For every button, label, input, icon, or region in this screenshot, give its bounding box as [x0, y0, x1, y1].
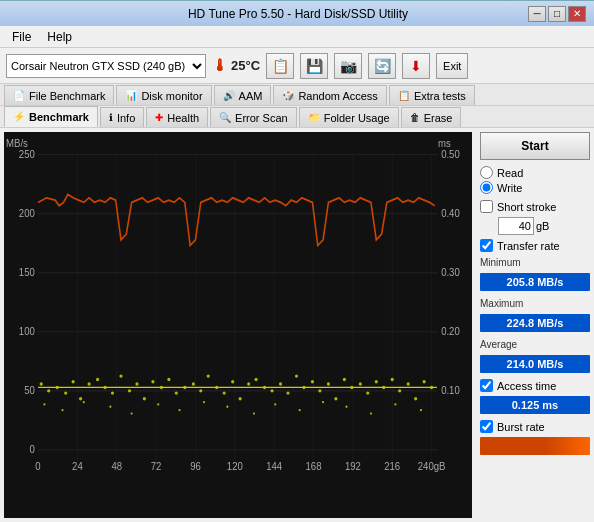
health-icon: ✚ [155, 112, 163, 123]
svg-point-68 [343, 378, 346, 381]
benchmark-icon: ⚡ [13, 111, 25, 122]
svg-point-75 [398, 389, 401, 392]
access-time-checkbox[interactable] [480, 379, 493, 392]
svg-point-53 [223, 391, 226, 394]
stroke-value-input[interactable] [498, 217, 534, 235]
start-button[interactable]: Start [480, 132, 590, 160]
file-menu[interactable]: File [4, 28, 39, 46]
menu-bar: File Help [0, 26, 594, 48]
maximum-label: Maximum [480, 297, 590, 310]
svg-text:50: 50 [24, 385, 35, 396]
svg-point-55 [239, 397, 242, 400]
tab-benchmark[interactable]: ⚡ Benchmark [4, 106, 98, 127]
camera-icon-btn[interactable]: 📷 [334, 53, 362, 79]
help-menu[interactable]: Help [39, 28, 80, 46]
window-controls: ─ □ ✕ [528, 6, 586, 22]
svg-point-88 [226, 406, 228, 408]
svg-text:0.40: 0.40 [441, 208, 460, 219]
short-stroke-checkbox[interactable] [480, 200, 493, 213]
stroke-unit-label: gB [536, 220, 549, 232]
access-time-value: 0.125 ms [480, 396, 590, 414]
average-label: Average [480, 338, 590, 351]
svg-text:72: 72 [151, 461, 162, 472]
device-select[interactable]: Corsair Neutron GTX SSD (240 gB) [6, 54, 206, 78]
svg-point-34 [72, 380, 75, 383]
svg-point-60 [279, 382, 282, 385]
tab-file-benchmark[interactable]: 📄 File Benchmark [4, 85, 114, 105]
svg-point-57 [254, 378, 257, 381]
right-panel: Start Read Write Short stroke gB Transfe… [476, 128, 594, 522]
svg-point-41 [128, 389, 131, 392]
thermometer-icon: 🌡 [212, 57, 228, 75]
minimize-button[interactable]: ─ [528, 6, 546, 22]
svg-point-50 [199, 389, 202, 392]
svg-text:0: 0 [30, 444, 36, 455]
svg-text:168: 168 [306, 461, 322, 472]
svg-point-82 [83, 401, 85, 403]
svg-point-40 [119, 374, 122, 377]
svg-text:192: 192 [345, 461, 361, 472]
svg-text:24: 24 [72, 461, 83, 472]
transfer-rate-checkbox[interactable] [480, 239, 493, 252]
tab-aam[interactable]: 🔊 AAM [214, 85, 272, 105]
short-stroke-label[interactable]: Short stroke [480, 200, 590, 213]
svg-point-47 [175, 391, 178, 394]
refresh-icon-btn[interactable]: 🔄 [368, 53, 396, 79]
svg-point-77 [414, 397, 417, 400]
aam-icon: 🔊 [223, 90, 235, 101]
tab-random-access[interactable]: 🎲 Random Access [273, 85, 386, 105]
file-benchmark-icon: 📄 [13, 90, 25, 101]
tab-info[interactable]: ℹ Info [100, 107, 144, 127]
svg-point-54 [231, 380, 234, 383]
svg-point-87 [203, 401, 205, 403]
copy-icon-btn[interactable]: 📋 [266, 53, 294, 79]
close-button[interactable]: ✕ [568, 6, 586, 22]
tab-extra-tests[interactable]: 📋 Extra tests [389, 85, 475, 105]
svg-point-84 [131, 412, 133, 414]
svg-point-71 [366, 391, 369, 394]
svg-text:0: 0 [35, 461, 41, 472]
save-icon-btn[interactable]: 💾 [300, 53, 328, 79]
svg-point-80 [43, 403, 45, 405]
access-time-label[interactable]: Access time [480, 379, 590, 392]
extra-tests-icon: 📋 [398, 90, 410, 101]
svg-text:0.10: 0.10 [441, 385, 460, 396]
erase-icon: 🗑 [410, 112, 420, 123]
svg-point-65 [318, 389, 321, 392]
svg-point-62 [295, 374, 298, 377]
svg-text:200: 200 [19, 208, 35, 219]
minimum-label: Minimum [480, 256, 590, 269]
read-radio-label[interactable]: Read [480, 166, 590, 179]
tab-health[interactable]: ✚ Health [146, 107, 208, 127]
svg-point-96 [420, 409, 422, 411]
svg-point-67 [334, 397, 337, 400]
svg-point-31 [47, 389, 50, 392]
svg-point-33 [64, 391, 67, 394]
write-radio[interactable] [480, 181, 493, 194]
svg-point-51 [207, 374, 210, 377]
svg-point-89 [253, 412, 255, 414]
svg-point-74 [391, 378, 394, 381]
svg-point-56 [247, 382, 250, 385]
transfer-rate-label[interactable]: Transfer rate [480, 239, 590, 252]
write-radio-label[interactable]: Write [480, 181, 590, 194]
svg-text:48: 48 [111, 461, 122, 472]
tab-row-2: ⚡ Benchmark ℹ Info ✚ Health 🔍 Error Scan… [0, 106, 594, 128]
random-access-icon: 🎲 [282, 90, 294, 101]
read-radio[interactable] [480, 166, 493, 179]
svg-point-92 [322, 401, 324, 403]
tab-erase[interactable]: 🗑 Erase [401, 107, 462, 127]
exit-button[interactable]: Exit [436, 53, 468, 79]
burst-rate-checkbox[interactable] [480, 420, 493, 433]
svg-point-42 [135, 382, 138, 385]
svg-point-86 [178, 409, 180, 411]
burst-rate-label[interactable]: Burst rate [480, 420, 590, 433]
maximum-value: 224.8 MB/s [480, 314, 590, 332]
maximize-button[interactable]: □ [548, 6, 566, 22]
tab-folder-usage[interactable]: 📁 Folder Usage [299, 107, 399, 127]
tab-disk-monitor[interactable]: 📊 Disk monitor [116, 85, 211, 105]
svg-point-95 [394, 403, 396, 405]
main-content: 250 200 150 100 50 0 0.50 0.40 0.30 0.20… [0, 128, 594, 522]
tab-error-scan[interactable]: 🔍 Error Scan [210, 107, 297, 127]
download-icon-btn[interactable]: ⬇ [402, 53, 430, 79]
